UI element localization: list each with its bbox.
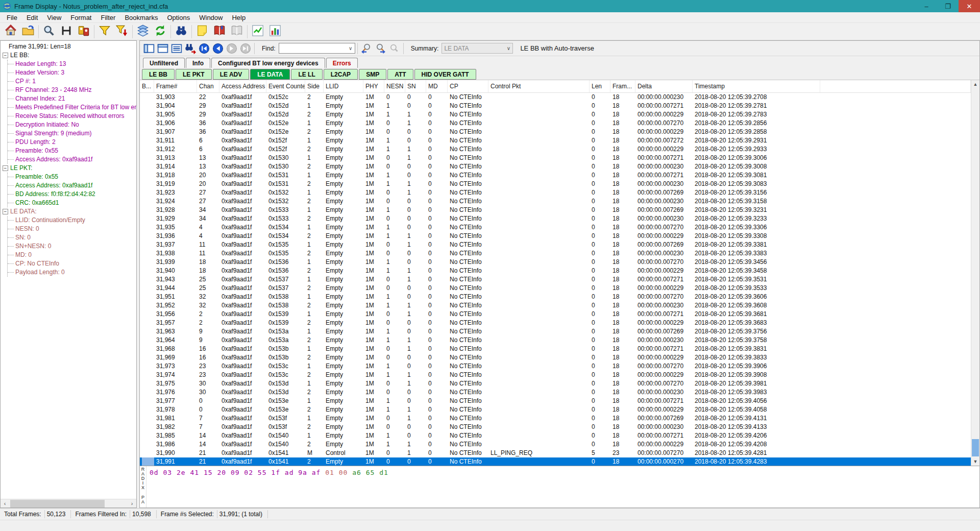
tree-item[interactable]: Payload Length: 0 [8, 268, 136, 277]
column-header-timestamp[interactable]: Timestamp [693, 80, 820, 92]
column-header-accessaddress[interactable]: Access Address [219, 80, 266, 92]
protocol-tab-smp[interactable]: SMP [359, 69, 386, 80]
nav-next-icon-button[interactable] [225, 42, 238, 55]
protocol-tab-le-data[interactable]: LE DATA [250, 69, 290, 80]
table-row[interactable]: 31,918200xaf9aad1f0x15311Empty1M100No CT… [140, 171, 971, 180]
close-button[interactable]: ✕ [959, 0, 980, 12]
table-row[interactable]: 31,944250xaf9aad1f0x15372Empty1M000No CT… [140, 284, 971, 293]
column-header-chan[interactable]: Chan [197, 80, 219, 92]
column-header-controlpkt[interactable]: Control Pkt [488, 80, 590, 92]
tree-horizontal-scrollbar[interactable]: ‹ › [1, 499, 136, 508]
table-row[interactable]: 31,97700xaf9aad1f0x153e1Empty1M100No CTE… [140, 397, 971, 405]
table-row[interactable]: 31,904290xaf9aad1f0x152d1Empty1M100No CT… [140, 102, 971, 110]
tree-item[interactable]: Preamble: 0x55 [8, 147, 136, 155]
find-input[interactable]: ∨ [279, 43, 355, 54]
tree-item[interactable]: LLID: Continuation/Empty [8, 216, 136, 225]
table-row[interactable]: 31,907360xaf9aad1f0x152e2Empty1M000No CT… [140, 128, 971, 136]
line-chart-icon-button[interactable] [249, 24, 266, 39]
menu-item-view[interactable]: View [42, 13, 66, 22]
column-header-delta[interactable]: Delta [635, 80, 693, 92]
table-row[interactable]: 31,93640xaf9aad1f0x15342Empty1M110No CTE… [140, 232, 971, 240]
minimize-button[interactable]: – [916, 0, 937, 12]
menu-item-format[interactable]: Format [66, 13, 96, 22]
tree-item[interactable]: Receive Status: Received without errors [8, 112, 136, 120]
column-header-md[interactable]: MD [426, 80, 448, 92]
filter-apply-icon-button[interactable] [113, 24, 131, 39]
collapse-icon[interactable]: − [3, 165, 8, 171]
table-row[interactable]: 31,914130xaf9aad1f0x15302Empty1M000No CT… [140, 162, 971, 171]
column-header-b[interactable]: B... [140, 80, 154, 92]
filter-tab-unfiltered[interactable]: Unfiltered [143, 58, 185, 68]
filter-tab-info[interactable]: Info [186, 58, 210, 68]
column-header-side[interactable]: Side [305, 80, 324, 92]
collapse-icon[interactable]: − [3, 53, 8, 58]
table-row[interactable]: 31,97800xaf9aad1f0x153e2Empty1M110No CTE… [140, 405, 971, 414]
id-badges-icon-button[interactable] [75, 24, 92, 39]
nav-last-icon-button[interactable] [238, 42, 252, 55]
tree-item[interactable]: SN+NESN: 0 [8, 242, 136, 251]
table-row[interactable]: 31,93540xaf9aad1f0x15341Empty1M100No CTE… [140, 223, 971, 232]
open-file-icon-button[interactable] [19, 24, 37, 39]
scroll-up-arrow-icon[interactable]: ▲ [971, 80, 979, 88]
filter-tab-configured-bt-low-energy-devices[interactable]: Configured BT low energy devices [211, 58, 325, 68]
column-header-phy[interactable]: PHY [363, 80, 384, 92]
tree-item[interactable]: Access Address: 0xaf9aad1f [8, 155, 136, 164]
table-row[interactable]: 31,96390xaf9aad1f0x153a1Empty1M100No CTE… [140, 327, 971, 336]
book-gray-icon-button[interactable] [228, 24, 246, 39]
bar-chart-icon-button[interactable] [266, 24, 284, 39]
scroll-down-arrow-icon[interactable]: ▼ [971, 457, 979, 466]
protocol-tab-hid-over-gatt[interactable]: HID OVER GATT [414, 69, 476, 80]
table-row[interactable]: 31,976300xaf9aad1f0x153d2Empty1M000No CT… [140, 388, 971, 397]
table-row[interactable]: 31,923270xaf9aad1f0x15321Empty1M010No CT… [140, 188, 971, 197]
table-row[interactable]: 31,943250xaf9aad1f0x15371Empty1M010No CT… [140, 275, 971, 284]
table-row[interactable]: 31,969160xaf9aad1f0x153b2Empty1M000No CT… [140, 353, 971, 362]
column-header-llid[interactable]: LLID [324, 80, 363, 92]
table-row[interactable]: 31,938110xaf9aad1f0x15352Empty1M000No CT… [140, 249, 971, 258]
table-row[interactable]: 31,919200xaf9aad1f0x15312Empty1M110No CT… [140, 180, 971, 188]
table-row[interactable]: 31,951320xaf9aad1f0x15381Empty1M100No CT… [140, 293, 971, 301]
binoculars-icon-button[interactable] [173, 24, 190, 39]
table-row[interactable]: 31,91160xaf9aad1f0x152f1Empty1M100No CTE… [140, 136, 971, 145]
column-header-cp[interactable]: CP [448, 80, 488, 92]
tree-item[interactable]: NESN: 0 [8, 225, 136, 233]
table-row[interactable]: 31,929340xaf9aad1f0x15332Empty1M000No CT… [140, 214, 971, 223]
refresh-icon-button[interactable] [152, 24, 169, 39]
menu-item-filter[interactable]: Filter [96, 13, 120, 22]
note-icon-button[interactable] [193, 24, 211, 39]
chevron-down-icon[interactable]: ∨ [347, 45, 355, 51]
scrollbar-thumb[interactable] [10, 500, 105, 508]
column-header-sn[interactable]: SN [405, 80, 426, 92]
tree-item[interactable]: PDU Length: 2 [8, 138, 136, 147]
tree-item[interactable]: CP #: 1 [8, 77, 136, 86]
table-row[interactable]: 31,952320xaf9aad1f0x15382Empty1M110No CT… [140, 301, 971, 310]
filter-icon-button[interactable] [96, 24, 113, 39]
zoom-icon-button[interactable] [40, 24, 58, 39]
filter-tab-errors[interactable]: Errors [326, 58, 358, 68]
scrollbar-thumb[interactable] [972, 439, 979, 456]
tree-section-lebb[interactable]: −LE BB: [3, 51, 136, 60]
table-row[interactable]: 31,913130xaf9aad1f0x15301Empty1M010No CT… [140, 154, 971, 162]
tree-item[interactable]: CRC: 0xa665d1 [8, 199, 136, 207]
tree-item[interactable]: Meets Predefined Filter Criteria for BT … [8, 103, 136, 112]
search-clear-icon-button[interactable] [387, 42, 401, 55]
protocol-tab-le-adv[interactable]: LE ADV [213, 69, 250, 80]
table-row[interactable]: 31,91260xaf9aad1f0x152f2Empty1M110No CTE… [140, 145, 971, 154]
protocol-tab-l2cap[interactable]: L2CAP [324, 69, 358, 80]
table-row[interactable]: 31,98170xaf9aad1f0x153f1Empty1M010No CTE… [140, 414, 971, 423]
summary-select[interactable]: LE DATA∨ [442, 43, 513, 54]
tree-item[interactable]: BD Address: f0:f8:f2:d4:42:82 [8, 190, 136, 199]
maximize-button[interactable]: ❐ [937, 0, 959, 12]
menu-item-edit[interactable]: Edit [22, 13, 42, 22]
menu-item-help[interactable]: Help [227, 13, 250, 22]
scroll-left-arrow-icon[interactable]: ‹ [1, 499, 9, 508]
tree-item[interactable]: CP: No CTEInfo [8, 259, 136, 268]
home-icon-button[interactable] [2, 24, 19, 39]
table-row[interactable]: 31,939180xaf9aad1f0x15361Empty1M100No CT… [140, 258, 971, 267]
tree-section-lepkt[interactable]: −LE PKT: [3, 164, 136, 173]
tree-item[interactable]: RF Channel: 23 - 2448 MHz [8, 86, 136, 94]
search-next-icon-button[interactable] [374, 42, 387, 55]
tree-item[interactable]: Header Version: 3 [8, 68, 136, 77]
bookmarks-book-icon-button[interactable] [211, 24, 228, 39]
protocol-tab-le-ll[interactable]: LE LL [291, 69, 322, 80]
table-row[interactable]: 31,928340xaf9aad1f0x15331Empty1M100No CT… [140, 206, 971, 214]
